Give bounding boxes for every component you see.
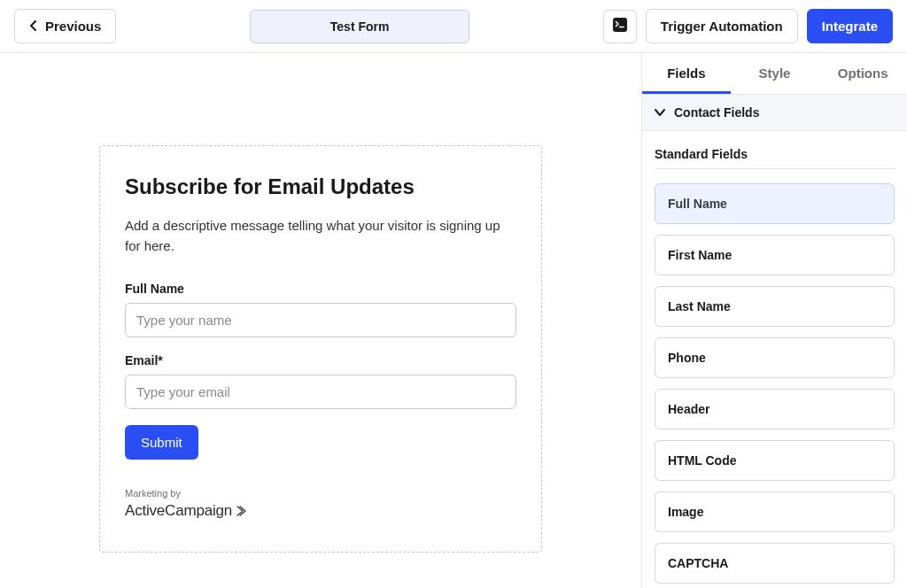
previous-label: Previous <box>45 19 101 34</box>
fullname-label: Full Name <box>125 282 516 296</box>
sidebar-tabs: Fields Style Options <box>642 53 907 95</box>
submit-button[interactable]: Submit <box>125 425 198 460</box>
tab-fields[interactable]: Fields <box>642 53 731 94</box>
accordion-label: Contact Fields <box>674 105 759 120</box>
form-field-email: Email* <box>125 353 516 409</box>
svg-rect-0 <box>613 18 627 32</box>
field-chip-full-name[interactable]: Full Name <box>655 183 895 224</box>
sidebar-body: Standard Fields Full Name First Name Las… <box>642 131 907 588</box>
canvas-area: Subscribe for Email Updates Add a descri… <box>0 53 641 588</box>
tab-style[interactable]: Style <box>731 53 819 94</box>
branding-logo[interactable]: ActiveCampaign <box>125 502 516 520</box>
email-label: Email* <box>125 353 516 368</box>
field-chip-html-code[interactable]: HTML Code <box>655 440 895 481</box>
field-chip-phone[interactable]: Phone <box>655 337 895 378</box>
trigger-automation-button[interactable]: Trigger Automation <box>646 9 798 43</box>
terminal-icon <box>612 17 628 35</box>
email-input[interactable] <box>125 375 516 409</box>
branding-prefix: Marketing by <box>125 488 516 499</box>
topbar: Previous Test Form Trigger Automation In… <box>0 0 907 53</box>
form-description: Add a descriptive message telling what y… <box>125 215 515 257</box>
code-button[interactable] <box>603 10 637 43</box>
field-chip-header[interactable]: Header <box>655 389 895 429</box>
standard-fields-title: Standard Fields <box>655 147 895 169</box>
trigger-automation-label: Trigger Automation <box>661 19 783 34</box>
field-chip-last-name[interactable]: Last Name <box>655 286 895 327</box>
field-chip-captcha[interactable]: CAPTCHA <box>655 543 895 584</box>
field-chip-first-name[interactable]: First Name <box>655 235 895 275</box>
branding-name: ActiveCampaign <box>125 502 232 520</box>
tab-options[interactable]: Options <box>818 53 907 94</box>
form-heading: Subscribe for Email Updates <box>125 174 516 199</box>
chevron-left-icon <box>29 19 38 34</box>
form-preview-card[interactable]: Subscribe for Email Updates Add a descri… <box>99 145 542 553</box>
fullname-input[interactable] <box>125 303 516 337</box>
previous-button[interactable]: Previous <box>14 9 116 43</box>
form-name-input[interactable]: Test Form <box>250 10 470 43</box>
branding: Marketing by ActiveCampaign <box>125 488 516 520</box>
integrate-label: Integrate <box>822 19 878 34</box>
accordion-contact-fields[interactable]: Contact Fields <box>642 95 907 131</box>
sidebar: Fields Style Options Contact Fields Stan… <box>641 53 907 588</box>
brand-chevron-icon <box>236 506 246 516</box>
field-chip-image[interactable]: Image <box>655 491 895 532</box>
chevron-down-icon <box>655 105 665 120</box>
form-field-fullname: Full Name <box>125 282 516 337</box>
main-area: Subscribe for Email Updates Add a descri… <box>0 53 907 588</box>
integrate-button[interactable]: Integrate <box>807 9 893 43</box>
